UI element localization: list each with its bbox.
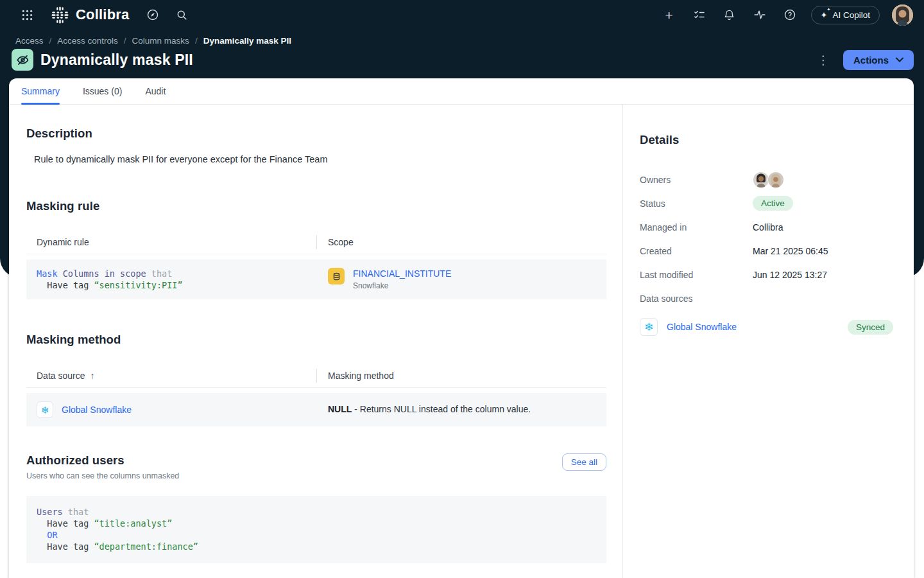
dynamic-rule-code: Mask Columns in scope that Have tag “sen… [37,268,316,291]
scope-asset-subtitle: Snowflake [353,281,451,290]
scope-cell: FINANCIAL_INSTITUTE Snowflake [316,259,606,299]
content-card: Summary Issues (0) Audit Description Rul… [9,78,914,578]
collibra-logo[interactable]: Collibra [51,6,130,24]
sparkle-icon: ✦ ✦ [821,10,828,20]
scope-asset-link[interactable]: FINANCIAL_INSTITUTE [353,268,451,279]
created-value: Mar 21 2025 06:45 [753,246,828,256]
search-icon[interactable] [173,6,191,24]
data-source-link[interactable]: Global Snowflake [62,405,132,415]
ai-copilot-button[interactable]: ✦ ✦ AI Copilot [811,6,880,24]
authorized-users-subheading: Users who can see the columns unmasked [26,471,179,480]
breadcrumb-current: Dynamically mask PII [203,36,291,46]
details-row-created: Created Mar 21 2025 06:45 [640,239,893,263]
notifications-bell-icon[interactable] [721,6,739,24]
actions-button[interactable]: Actions [843,50,914,70]
description-section: Description Rule to dynamically mask PII… [26,127,606,164]
owner-avatar-2[interactable] [767,171,784,188]
authorized-users-heading: Authorized users [26,453,179,468]
title-actions: ⋮ Actions [815,50,914,70]
see-all-button[interactable]: See all [562,453,606,471]
breadcrumb-separator: / [124,36,126,46]
column-header-data-source[interactable]: Data source ↑ [26,371,316,381]
code-string: “department:finance” [94,541,198,552]
managed-in-label: Managed in [640,222,753,232]
details-heading: Details [640,133,893,147]
managed-in-value: Collibra [753,222,783,232]
breadcrumb-item-column-masks[interactable]: Column masks [132,36,189,46]
navbar-left: Collibra [18,6,191,24]
column-header-masking-method: Masking method [317,371,606,381]
authorized-users-header: Authorized users Users who can see the c… [26,453,606,480]
status-label: Status [640,198,753,209]
details-rows: Owners [640,168,893,336]
data-source-link[interactable]: Global Snowflake [667,322,737,332]
page-title: Dynamically mask PII [40,51,193,69]
breadcrumb-item-access-controls[interactable]: Access controls [57,36,118,46]
masking-method-row: ❄ Global Snowflake NULL - Returns NULL i… [26,393,606,426]
description-heading: Description [26,127,606,141]
snowflake-icon: ❄ [37,401,53,418]
actions-button-label: Actions [853,55,889,66]
eye-off-icon [16,53,30,67]
code-string: “sensitivity:PII” [94,280,182,290]
data-sources-label: Data sources [640,293,753,304]
column-header-scope: Scope [317,237,606,247]
masking-method-cell: NULL - Returns NULL instead of the colum… [316,393,606,426]
tasks-icon[interactable] [690,6,708,24]
masking-method-table-header: Data source ↑ Masking method [26,363,606,388]
table-asset-icon [328,268,345,285]
explore-compass-icon[interactable] [144,6,162,24]
masking-method-table: Data source ↑ Masking method ❄ [26,363,606,426]
data-source-header-label: Data source [37,371,85,381]
breadcrumb-item-access[interactable]: Access [15,36,44,46]
details-row-last-modified: Last modified Jun 12 2025 13:27 [640,263,893,286]
masking-rule-row: Mask Columns in scope that Have tag “sen… [26,259,606,299]
owners-label: Owners [640,175,753,185]
more-options-kebab-icon[interactable]: ⋮ [815,51,832,68]
activity-pulse-icon[interactable] [751,6,769,24]
user-avatar[interactable] [892,4,913,26]
last-modified-label: Last modified [640,270,753,280]
masking-method-heading: Masking method [26,333,606,347]
collibra-logo-text: Collibra [76,6,130,23]
top-navbar: Collibra + [0,0,924,30]
breadcrumb-separator: / [49,36,52,46]
scope-asset: FINANCIAL_INSTITUTE Snowflake [353,268,451,290]
tab-summary[interactable]: Summary [21,78,60,104]
details-row-managed-in: Managed in Collibra [640,215,893,239]
app-grid-icon[interactable] [18,6,36,24]
authorized-users-section: Authorized users Users who can see the c… [26,453,606,563]
mask-asset-chip [12,49,33,71]
details-panel: Details Owners [622,105,914,578]
tab-issues[interactable]: Issues (0) [83,78,122,104]
help-icon[interactable] [781,6,799,24]
details-row-data-sources: Data sources [640,286,893,310]
main-column: Description Rule to dynamically mask PII… [9,105,622,578]
last-modified-value: Jun 12 2025 13:27 [753,270,827,280]
code-muted: that [68,507,89,517]
dynamic-rule-cell: Mask Columns in scope that Have tag “sen… [26,259,316,299]
sort-ascending-icon[interactable]: ↑ [90,371,94,381]
data-source-cell: ❄ Global Snowflake [26,393,316,426]
app-window: Collibra + [0,0,924,578]
card-content: Description Rule to dynamically mask PII… [9,105,914,578]
masking-rule-table: Dynamic rule Scope Mask Columns in scope… [26,230,606,299]
breadcrumb: Access / Access controls / Column masks … [15,36,291,46]
description-text: Rule to dynamically mask PII for everyon… [26,154,606,164]
method-name: NULL [328,404,352,414]
code-plain: Have tag [47,280,89,290]
synced-badge: Synced [848,320,893,335]
code-plain: Have tag [47,518,89,529]
collibra-logo-icon [51,6,69,24]
create-plus-icon[interactable]: + [660,6,678,24]
masking-rule-heading: Masking rule [26,199,606,213]
page-header: Dynamically mask PII ⋮ Actions [12,48,914,71]
code-entity: Users [37,507,63,517]
data-source-row: ❄ Global Snowflake Synced [640,318,893,336]
code-keyword: OR [47,530,57,540]
tab-audit[interactable]: Audit [145,78,166,104]
code-plain: Have tag [47,541,89,552]
details-row-owners: Owners [640,168,893,191]
masking-rule-section: Masking rule Dynamic rule Scope Mask Col… [26,199,606,299]
snowflake-icon: ❄ [640,318,658,336]
